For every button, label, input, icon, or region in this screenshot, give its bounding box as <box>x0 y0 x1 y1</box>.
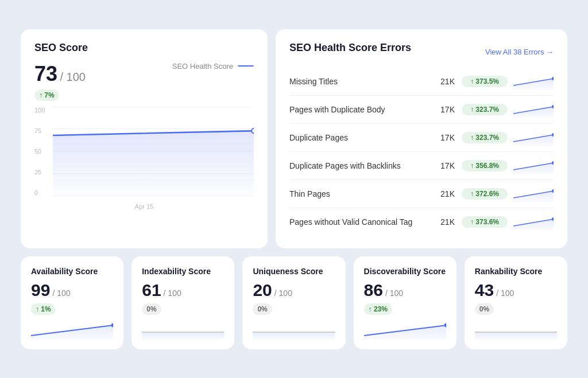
score-denom: / 100 <box>60 71 86 83</box>
bottom-score-main: 43 / 100 <box>475 280 557 300</box>
bottom-score-denom: / 100 <box>496 289 514 298</box>
bottom-mini-chart <box>31 319 113 340</box>
error-count: 21K <box>429 189 455 198</box>
seo-score-chart <box>53 107 254 196</box>
error-badge: ↑ 373.6% <box>462 216 508 228</box>
score-legend: SEO Health Score <box>172 62 254 71</box>
score-display: 73 / 100 ↑ 7% <box>34 62 86 101</box>
errors-list: Missing Titles 21K ↑ 373.5% Pages with D… <box>289 68 554 236</box>
error-name: Thin Pages <box>289 189 429 198</box>
error-count: 17K <box>429 105 455 114</box>
legend-line-icon <box>238 65 254 67</box>
view-all-errors-link[interactable]: View All 38 Errors → <box>485 48 554 56</box>
svg-marker-20 <box>31 325 113 340</box>
error-mini-chart <box>513 213 554 231</box>
bottom-score-badge: 0% <box>253 303 272 315</box>
svg-marker-5 <box>53 131 254 196</box>
bottom-card-title: Uniqueness Score <box>253 267 335 276</box>
bottom-score-value: 61 <box>142 280 161 300</box>
bottom-score-main: 99 / 100 <box>31 280 113 300</box>
legend-label: SEO Health Score <box>172 62 233 71</box>
bottom-score-card: Indexability Score 61 / 100 0% <box>131 256 234 349</box>
bottom-score-main: 86 / 100 <box>364 280 446 300</box>
bottom-score-card: Rankability Score 43 / 100 0% <box>465 256 567 349</box>
error-name: Duplicate Pages with Backlinks <box>289 161 429 170</box>
bottom-card-title: Discoverability Score <box>364 267 446 276</box>
error-badge: ↑ 323.7% <box>462 104 508 115</box>
bottom-score-card: Uniqueness Score 20 / 100 0% <box>242 256 345 349</box>
bottom-score-card: Discoverability Score 86 / 100 ↑ 23% <box>354 256 457 349</box>
bottom-mini-chart <box>364 319 446 340</box>
bottom-score-badge: 0% <box>475 303 494 315</box>
error-badge: ↑ 356.8% <box>462 160 508 172</box>
bottom-score-denom: / 100 <box>274 289 292 298</box>
bottom-card-title: Rankability Score <box>475 267 557 276</box>
error-row: Duplicate Pages 17K ↑ 323.7% <box>289 124 554 152</box>
seo-score-card: SEO Score 73 / 100 ↑ 7% SEO Health Score… <box>21 29 268 248</box>
error-row: Duplicate Pages with Backlinks 17K ↑ 356… <box>289 152 554 180</box>
score-badge: ↑ 7% <box>34 89 59 101</box>
dashboard: SEO Score 73 / 100 ↑ 7% SEO Health Score… <box>11 20 577 358</box>
bottom-mini-chart <box>253 319 335 340</box>
errors-title: SEO Health Score Errors <box>289 42 411 54</box>
errors-header: SEO Health Score Errors View All 38 Erro… <box>289 42 554 62</box>
bottom-row: Availability Score 99 / 100 ↑ 1% Indexab… <box>21 256 567 349</box>
bottom-card-title: Indexability Score <box>142 267 224 276</box>
error-mini-chart <box>513 101 554 118</box>
bottom-score-card: Availability Score 99 / 100 ↑ 1% <box>21 256 123 349</box>
svg-marker-22 <box>142 332 224 340</box>
error-name: Missing Titles <box>289 77 429 86</box>
bottom-score-badge: ↑ 23% <box>364 303 392 315</box>
error-mini-chart <box>513 129 554 146</box>
svg-marker-24 <box>364 325 446 340</box>
error-count: 17K <box>429 133 455 142</box>
svg-marker-26 <box>475 332 557 340</box>
bottom-score-value: 43 <box>475 280 494 300</box>
bottom-score-badge: 0% <box>142 303 161 315</box>
error-count: 21K <box>429 217 455 227</box>
error-row: Thin Pages 21K ↑ 372.6% <box>289 180 554 208</box>
bottom-mini-chart <box>475 319 557 340</box>
score-value: 73 <box>34 62 57 85</box>
chart-inner <box>53 107 254 196</box>
error-count: 17K <box>429 161 455 170</box>
bottom-score-badge: ↑ 1% <box>31 303 56 315</box>
bottom-score-value: 20 <box>253 280 272 300</box>
error-mini-chart <box>513 185 554 202</box>
error-row: Pages without Valid Canonical Tag 21K ↑ … <box>289 208 554 236</box>
bottom-score-value: 86 <box>364 280 383 300</box>
seo-score-title: SEO Score <box>34 42 254 54</box>
error-row: Missing Titles 21K ↑ 373.5% <box>289 68 554 96</box>
bottom-card-title: Availability Score <box>31 267 113 276</box>
top-row: SEO Score 73 / 100 ↑ 7% SEO Health Score… <box>21 29 567 248</box>
error-row: Pages with Duplicate Body 17K ↑ 323.7% <box>289 96 554 124</box>
bottom-score-denom: / 100 <box>52 289 70 298</box>
error-badge: ↑ 373.5% <box>462 76 508 87</box>
seo-chart-area: 100 75 50 25 0 <box>34 107 254 210</box>
bottom-score-main: 61 / 100 <box>142 280 224 300</box>
bottom-score-main: 20 / 100 <box>253 280 335 300</box>
bottom-mini-chart <box>142 319 224 340</box>
chart-y-labels: 100 75 50 25 0 <box>34 107 51 196</box>
bottom-score-denom: / 100 <box>164 289 181 298</box>
error-name: Duplicate Pages <box>289 133 429 142</box>
error-name: Pages without Valid Canonical Tag <box>289 217 429 227</box>
error-badge: ↑ 323.7% <box>462 132 508 143</box>
svg-marker-23 <box>253 332 335 340</box>
error-mini-chart <box>513 157 554 174</box>
error-name: Pages with Duplicate Body <box>289 105 429 114</box>
chart-date-label: Apr 15 <box>135 203 153 210</box>
bottom-score-denom: / 100 <box>385 289 403 298</box>
seo-errors-card: SEO Health Score Errors View All 38 Erro… <box>276 29 567 248</box>
error-count: 21K <box>429 77 455 86</box>
error-badge: ↑ 372.6% <box>462 188 508 200</box>
error-mini-chart <box>513 73 554 90</box>
score-main: 73 / 100 ↑ 7% SEO Health Score <box>34 62 254 101</box>
bottom-score-value: 99 <box>31 280 50 300</box>
